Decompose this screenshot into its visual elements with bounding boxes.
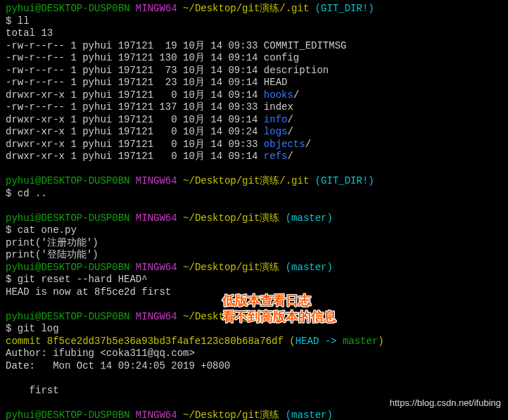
ls-row: drwxr-xr-x 1 pyhui 197121 0 10月 14 09:14… xyxy=(6,114,502,127)
ls-row: -rw-r--r-- 1 pyhui 197121 23 10月 14 09:1… xyxy=(6,77,502,89)
prompt-line: pyhui@DESKTOP-DUSP0BN MINGW64 ~/Desktop/… xyxy=(6,175,502,188)
ls-row: -rw-r--r-- 1 pyhui 197121 73 10月 14 09:1… xyxy=(6,65,502,77)
ls-row: drwxr-xr-x 1 pyhui 197121 0 10月 14 09:33… xyxy=(6,139,502,151)
prompt-line: pyhui@DESKTOP-DUSP0BN MINGW64 ~/Desktop/… xyxy=(6,409,502,421)
blank xyxy=(6,200,502,212)
command-line[interactable]: $ ll xyxy=(6,15,502,28)
watermark: https://blog.csdn.net/ifubing xyxy=(390,397,501,409)
output-line: print('注册功能') xyxy=(6,237,502,250)
output-line: print('登陆功能') xyxy=(6,249,502,262)
command-line[interactable]: $ git reset --hard HEAD^ xyxy=(6,274,502,286)
blank xyxy=(6,372,502,385)
ls-row: -rw-r--r-- 1 pyhui 197121 137 10月 14 09:… xyxy=(6,101,502,114)
date-line: Date: Mon Oct 14 09:24:05 2019 +0800 xyxy=(6,360,502,373)
ls-row: -rw-r--r-- 1 pyhui 197121 19 10月 14 09:3… xyxy=(6,40,502,53)
ls-row: -rw-r--r-- 1 pyhui 197121 130 10月 14 09:… xyxy=(6,52,502,65)
commit-line: commit 8f5ce2dd37b5e36a93bd3f4afe123c80b… xyxy=(6,336,502,348)
ls-total: total 13 xyxy=(6,27,502,40)
prompt-line: pyhui@DESKTOP-DUSP0BN MINGW64 ~/Desktop/… xyxy=(6,3,502,15)
annotation-line-2: 看不到高版本的信息 xyxy=(222,309,336,325)
command-line[interactable]: $ cd .. xyxy=(6,188,502,201)
command-line[interactable]: $ cat one.py xyxy=(6,224,502,237)
prompt-line: pyhui@DESKTOP-DUSP0BN MINGW64 ~/Desktop/… xyxy=(6,212,502,225)
commit-message: first xyxy=(6,385,502,397)
annotation-line-1: 低版本查看日志 xyxy=(222,293,336,309)
annotation-overlay: 低版本查看日志 看不到高版本的信息 xyxy=(222,293,336,326)
ls-row: drwxr-xr-x 1 pyhui 197121 0 10月 14 09:14… xyxy=(6,151,502,163)
ls-row: drwxr-xr-x 1 pyhui 197121 0 10月 14 09:24… xyxy=(6,126,502,139)
ls-row: drwxr-xr-x 1 pyhui 197121 0 10月 14 09:14… xyxy=(6,89,502,102)
prompt-line: pyhui@DESKTOP-DUSP0BN MINGW64 ~/Desktop/… xyxy=(6,262,502,274)
author-line: Author: ifubing <coka311@qq.com> xyxy=(6,348,502,360)
blank xyxy=(6,163,502,176)
